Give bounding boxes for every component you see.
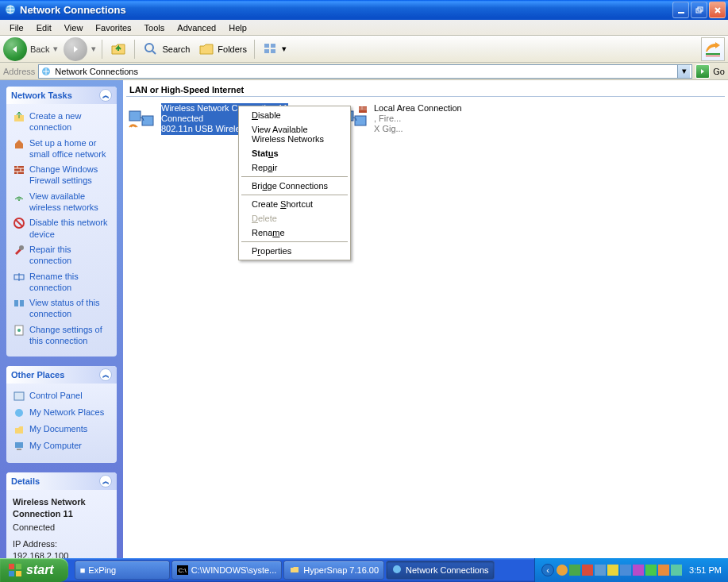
network-tasks-panel: Network Tasks ︽ Create a new connection … <box>6 87 117 357</box>
tray-expand-icon[interactable]: ‹ <box>541 564 554 576</box>
taskbar-exping[interactable]: ■ExPing <box>75 561 170 580</box>
address-dropdown[interactable]: ▾ <box>677 65 690 78</box>
menu-bar: File Edit View Favorites Tools Advanced … <box>0 20 728 36</box>
svg-point-4 <box>145 44 153 52</box>
connection-device: X Gig... <box>374 124 462 134</box>
system-tray: ‹ 3:51 PM <box>534 558 728 582</box>
task-repair[interactable]: Repair this connection <box>13 244 110 267</box>
svg-rect-32 <box>16 564 21 569</box>
task-change-settings[interactable]: Change settings of this connection <box>13 324 110 347</box>
menu-file[interactable]: File <box>3 21 30 34</box>
task-view-wireless[interactable]: View available wireless networks <box>13 191 110 214</box>
status-icon <box>13 297 25 310</box>
start-button[interactable]: start <box>0 558 68 582</box>
context-item-properties[interactable]: Properties <box>241 244 349 258</box>
svg-rect-13 <box>14 166 24 174</box>
folders-icon <box>198 40 215 58</box>
menu-edit[interactable]: Edit <box>30 21 58 34</box>
context-item-view-available-wireless-networks[interactable]: View Available Wireless Networks <box>241 122 349 146</box>
context-item-status[interactable]: Status <box>241 146 349 160</box>
context-item-repair[interactable]: Repair <box>241 160 349 175</box>
context-item-create-shortcut[interactable]: Create Shortcut <box>241 197 349 211</box>
app-icon: ■ <box>80 565 86 575</box>
context-item-delete: Delete <box>241 211 349 225</box>
menu-view[interactable]: View <box>58 21 90 34</box>
restore-button[interactable] <box>691 2 707 18</box>
menu-help[interactable]: Help <box>222 21 253 34</box>
task-setup-network[interactable]: Set up a home or small office network <box>13 137 110 160</box>
address-field[interactable]: Network Connections ▾ <box>38 64 692 79</box>
svg-rect-7 <box>264 49 269 53</box>
taskbar-cmd[interactable]: C:\C:\WINDOWS\syste... <box>171 561 283 580</box>
documents-icon <box>13 423 25 436</box>
svg-point-23 <box>15 409 23 417</box>
other-places-panel: Other Places ︽ Control Panel My Network … <box>6 366 117 463</box>
other-places-header[interactable]: Other Places ︽ <box>6 366 117 384</box>
place-my-documents[interactable]: My Documents <box>13 423 110 436</box>
place-my-computer[interactable]: My Computer <box>13 440 110 453</box>
address-value: Network Connections <box>55 67 674 76</box>
details-header[interactable]: Details ︽ <box>6 472 117 490</box>
menu-favorites[interactable]: Favorites <box>89 21 137 34</box>
search-icon <box>142 40 160 58</box>
folders-button[interactable]: Folders <box>194 39 251 60</box>
search-button[interactable]: Search <box>138 39 194 60</box>
network-icon <box>391 564 403 576</box>
wireless-icon <box>13 191 25 203</box>
taskbar-network-connections[interactable]: Network Connections <box>386 561 495 580</box>
context-menu: DisableView Available Wireless NetworksS… <box>238 106 351 260</box>
place-network-places[interactable]: My Network Places <box>13 407 110 419</box>
tray-icon <box>658 565 669 576</box>
content-area: Network Tasks ︽ Create a new connection … <box>0 80 728 558</box>
svg-rect-31 <box>9 564 14 569</box>
tray-icon <box>645 565 657 576</box>
back-dropdown[interactable]: ▾ <box>51 44 60 54</box>
up-button[interactable] <box>106 39 131 60</box>
new-connection-icon <box>13 110 25 123</box>
context-item-disable[interactable]: Disable <box>241 108 349 122</box>
svg-rect-18 <box>14 300 18 306</box>
details-status: Connected <box>13 522 110 534</box>
minimize-button[interactable] <box>672 2 689 18</box>
task-create-connection[interactable]: Create a new connection <box>13 110 110 133</box>
menu-tools[interactable]: Tools <box>138 21 171 34</box>
tray-icon <box>569 565 580 576</box>
svg-rect-34 <box>16 571 21 576</box>
forward-dropdown[interactable]: ▾ <box>89 44 98 54</box>
menu-advanced[interactable]: Advanced <box>171 21 222 34</box>
category-header: LAN or High-Speed Internet <box>126 80 725 97</box>
task-firewall[interactable]: Change Windows Firewall settings <box>13 164 110 187</box>
wireless-connection-icon <box>126 103 158 135</box>
address-label: Address <box>3 67 35 76</box>
network-tasks-header[interactable]: Network Tasks ︽ <box>6 87 117 104</box>
connection-name: Local Area Connection <box>374 103 462 114</box>
collapse-icon[interactable]: ︽ <box>99 89 112 102</box>
back-button[interactable] <box>3 37 27 61</box>
svg-rect-26 <box>129 111 141 121</box>
collapse-icon[interactable]: ︽ <box>99 368 112 381</box>
tray-clock[interactable]: 3:51 PM <box>689 565 722 575</box>
svg-rect-1 <box>678 12 684 13</box>
task-view-status[interactable]: View status of this connection <box>13 297 110 320</box>
task-disable-device[interactable]: Disable this network device <box>13 217 110 240</box>
forward-button[interactable] <box>64 37 87 61</box>
svg-rect-19 <box>20 300 24 306</box>
go-button[interactable] <box>695 64 710 79</box>
tray-icons[interactable] <box>557 565 682 576</box>
task-rename[interactable]: Rename this connection <box>13 271 110 294</box>
connection-lan[interactable]: Local Area Connection , Fire... X Gig... <box>339 103 482 135</box>
tray-icon <box>633 565 644 576</box>
context-item-bridge-connections[interactable]: Bridge Connections <box>241 179 349 193</box>
svg-rect-9 <box>706 53 720 55</box>
context-item-rename[interactable]: Rename <box>241 225 349 240</box>
tray-icon <box>671 565 682 576</box>
context-separator <box>241 176 348 177</box>
place-control-panel[interactable]: Control Panel <box>13 390 110 403</box>
taskbar-hypersnap[interactable]: HyperSnap 7.16.00 <box>283 561 384 580</box>
svg-point-14 <box>18 199 20 201</box>
details-name: Wireless Network Connection 11 <box>13 496 110 520</box>
svg-rect-10 <box>706 56 720 56</box>
views-button[interactable]: ▾ <box>258 39 291 60</box>
close-button[interactable] <box>709 2 726 18</box>
collapse-icon[interactable]: ︽ <box>99 475 112 488</box>
